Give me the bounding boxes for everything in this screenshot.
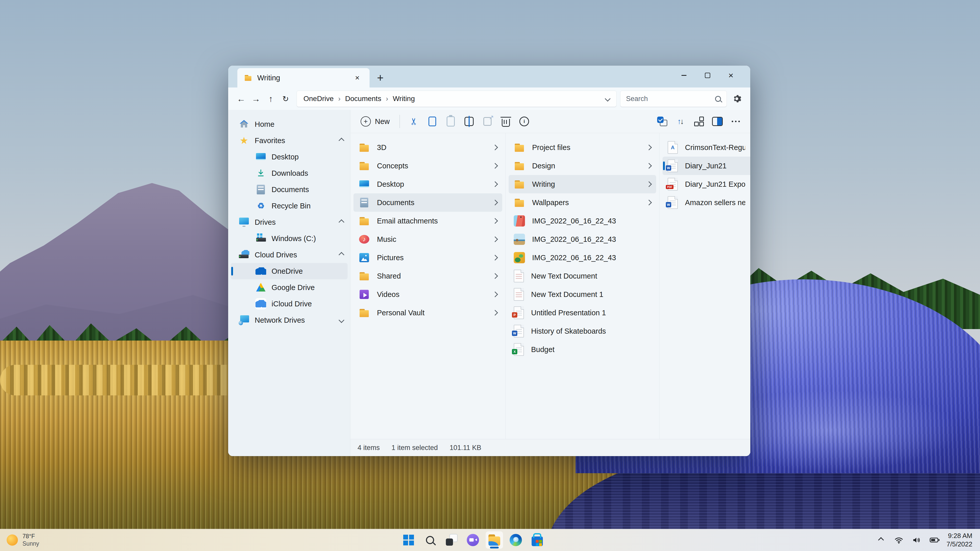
- start-button[interactable]: [400, 531, 417, 549]
- file-row-documents-selected[interactable]: Documents: [353, 193, 502, 212]
- select-checkbox-icon: [657, 117, 667, 126]
- sidebar: Home Favorites Desktop Downloads Documen…: [228, 110, 350, 456]
- file-row-new-text-document-1[interactable]: New Text Document 1: [509, 285, 656, 303]
- sidebar-item-documents[interactable]: Documents: [231, 181, 348, 198]
- chevron-right-icon: [646, 163, 652, 169]
- file-explorer-button[interactable]: [486, 531, 503, 549]
- recycle-bin-icon: [255, 200, 266, 211]
- sun-icon: [6, 534, 18, 546]
- breadcrumb-onedrive[interactable]: OneDrive: [304, 95, 334, 103]
- sidebar-item-windows-c[interactable]: Windows (C:): [231, 230, 348, 247]
- sidebar-item-recycle-bin[interactable]: Recycle Bin: [231, 198, 348, 214]
- maximize-button[interactable]: [696, 68, 719, 82]
- sort-button[interactable]: [672, 113, 689, 130]
- plus-icon: [361, 116, 371, 127]
- paste-button[interactable]: [442, 113, 459, 130]
- file-row-videos[interactable]: Videos: [353, 285, 502, 303]
- battery-button[interactable]: [929, 534, 940, 546]
- breadcrumb-writing[interactable]: Writing: [393, 95, 415, 103]
- clock-widget[interactable]: 9:28 AM 7/5/2022: [947, 532, 972, 548]
- file-row-budget[interactable]: Budget: [509, 340, 656, 359]
- file-row-3d[interactable]: 3D: [353, 138, 502, 157]
- column-documents: Project files Design Writing Wallpapers …: [506, 133, 659, 439]
- volume-button[interactable]: [911, 534, 923, 546]
- sidebar-section-cloud-drives[interactable]: Cloud Drives: [231, 247, 348, 263]
- taskbar-search-button[interactable]: [422, 531, 439, 549]
- file-row-img-3[interactable]: IMG_2022_06_16_22_43: [509, 248, 656, 267]
- task-view-button[interactable]: [443, 531, 460, 549]
- drives-icon: [239, 217, 250, 228]
- up-button[interactable]: ↑: [263, 91, 278, 106]
- chevron-down-icon[interactable]: [339, 318, 345, 323]
- file-row-img-1[interactable]: IMG_2022_06_16_22_43: [509, 212, 656, 230]
- edge-button[interactable]: [507, 531, 525, 549]
- breadcrumb-documents[interactable]: Documents: [345, 95, 381, 103]
- selected-size: 101.11 KB: [450, 444, 481, 452]
- chevron-up-icon[interactable]: [339, 219, 345, 225]
- file-row-new-text-document[interactable]: New Text Document: [509, 267, 656, 285]
- hidden-icons-button[interactable]: [875, 534, 887, 546]
- wifi-button[interactable]: [893, 534, 905, 546]
- more-options-button[interactable]: [727, 113, 744, 130]
- file-row-email-attachments[interactable]: Email attachments: [353, 212, 502, 230]
- cut-button[interactable]: [406, 113, 422, 130]
- sidebar-item-home[interactable]: Home: [231, 116, 348, 132]
- chevron-up-icon: [878, 537, 884, 543]
- settings-button[interactable]: [729, 91, 745, 106]
- file-row-pictures[interactable]: Pictures: [353, 248, 502, 267]
- address-dropdown-icon[interactable]: [605, 96, 611, 102]
- sidebar-item-downloads[interactable]: Downloads: [231, 165, 348, 181]
- file-row-shared[interactable]: Shared: [353, 267, 502, 285]
- select-mode-button[interactable]: [654, 113, 671, 130]
- delete-button[interactable]: [497, 113, 514, 130]
- rename-button[interactable]: [461, 113, 477, 130]
- store-button[interactable]: [528, 531, 546, 549]
- window-body: Home Favorites Desktop Downloads Documen…: [228, 110, 750, 456]
- back-button[interactable]: ←: [234, 91, 248, 106]
- file-row-diary-jun21-selected[interactable]: Diary_Jun21: [662, 157, 750, 175]
- file-row-concepts[interactable]: Concepts: [353, 157, 502, 175]
- file-row-project-files[interactable]: Project files: [509, 138, 656, 157]
- address-bar[interactable]: OneDrive Documents Writing: [297, 91, 617, 107]
- file-row-diary-jun21-exported[interactable]: Diary_Jun21 Exported: [662, 175, 750, 193]
- sidebar-item-desktop[interactable]: Desktop: [231, 149, 348, 165]
- sidebar-section-network-drives[interactable]: Network Drives: [231, 312, 348, 328]
- file-row-desktop[interactable]: Desktop: [353, 175, 502, 193]
- file-row-music[interactable]: Music: [353, 230, 502, 248]
- sidebar-section-favorites[interactable]: Favorites: [231, 132, 348, 149]
- minimize-button[interactable]: [672, 68, 696, 82]
- search-input[interactable]: Search: [620, 91, 727, 107]
- file-row-history-of-skateboards[interactable]: History of Skateboards: [509, 322, 656, 340]
- new-tab-button[interactable]: [373, 71, 387, 85]
- details-button[interactable]: [516, 113, 533, 130]
- file-row-img-2[interactable]: IMG_2022_06_16_22_43: [509, 230, 656, 248]
- file-row-crimsontext[interactable]: CrimsonText-Regular: [662, 138, 750, 157]
- weather-widget[interactable]: 78°F Sunny: [0, 529, 46, 551]
- file-row-writing-selected[interactable]: Writing: [509, 175, 656, 193]
- sidebar-item-google-drive[interactable]: Google Drive: [231, 279, 348, 295]
- file-row-amazon-sellers-newsletter[interactable]: Amazon sellers newsl: [662, 193, 750, 212]
- downloads-icon: [255, 168, 266, 179]
- tab-close-icon[interactable]: [352, 72, 363, 83]
- chevron-up-icon[interactable]: [339, 252, 345, 258]
- file-row-wallpapers[interactable]: Wallpapers: [509, 193, 656, 212]
- file-row-untitled-presentation[interactable]: Untitled Presentation 1: [509, 303, 656, 322]
- preview-pane-button[interactable]: [709, 113, 726, 130]
- chevron-up-icon[interactable]: [339, 138, 345, 144]
- sidebar-item-onedrive[interactable]: OneDrive: [231, 263, 348, 279]
- chat-button[interactable]: [464, 531, 482, 549]
- refresh-button[interactable]: ↻: [278, 91, 293, 106]
- file-row-design[interactable]: Design: [509, 157, 656, 175]
- new-button[interactable]: New: [356, 113, 394, 130]
- file-row-personal-vault[interactable]: Personal Vault: [353, 303, 502, 322]
- system-tray: 9:28 AM 7/5/2022: [875, 532, 980, 548]
- text-file-icon: [514, 270, 524, 283]
- sidebar-item-icloud-drive[interactable]: iCloud Drive: [231, 295, 348, 312]
- close-button[interactable]: [719, 68, 743, 82]
- sidebar-section-drives[interactable]: Drives: [231, 214, 348, 230]
- copy-button[interactable]: [424, 113, 441, 130]
- forward-button[interactable]: →: [248, 91, 263, 106]
- tab-writing[interactable]: Writing: [237, 68, 369, 87]
- share-button[interactable]: [479, 113, 496, 130]
- view-button[interactable]: [690, 113, 708, 130]
